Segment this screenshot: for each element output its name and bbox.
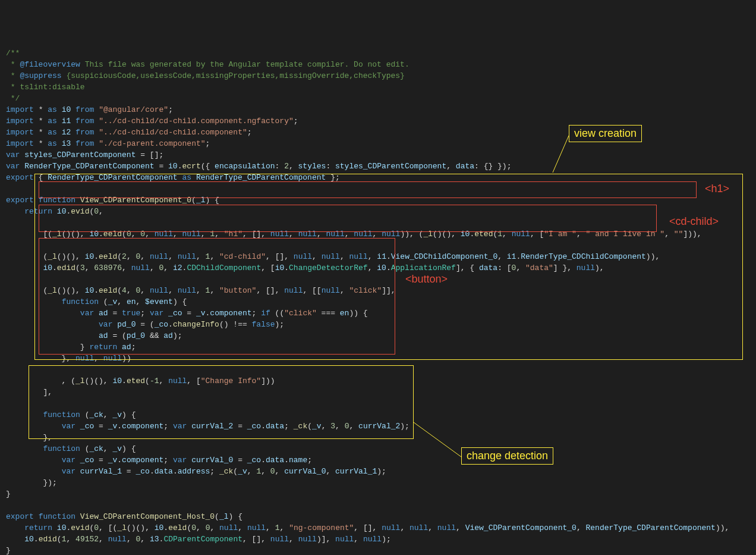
button-label: <button> (405, 274, 448, 285)
comment: * @fileoverview This file was generated … (6, 60, 410, 69)
code-editor[interactable]: /** * @fileoverview This file was genera… (6, 48, 750, 555)
comment: */ (6, 94, 20, 103)
cd-child-label: <cd-child> (669, 216, 719, 227)
change-detection-label: change detection (461, 447, 553, 465)
view-creation-label: view creation (569, 125, 642, 142)
comment: * @suppress {suspiciousCode,uselessCode,… (6, 71, 405, 80)
comment: * tslint:disable (6, 83, 85, 92)
h1-label: <h1> (705, 183, 729, 195)
comment: /** (6, 49, 20, 58)
